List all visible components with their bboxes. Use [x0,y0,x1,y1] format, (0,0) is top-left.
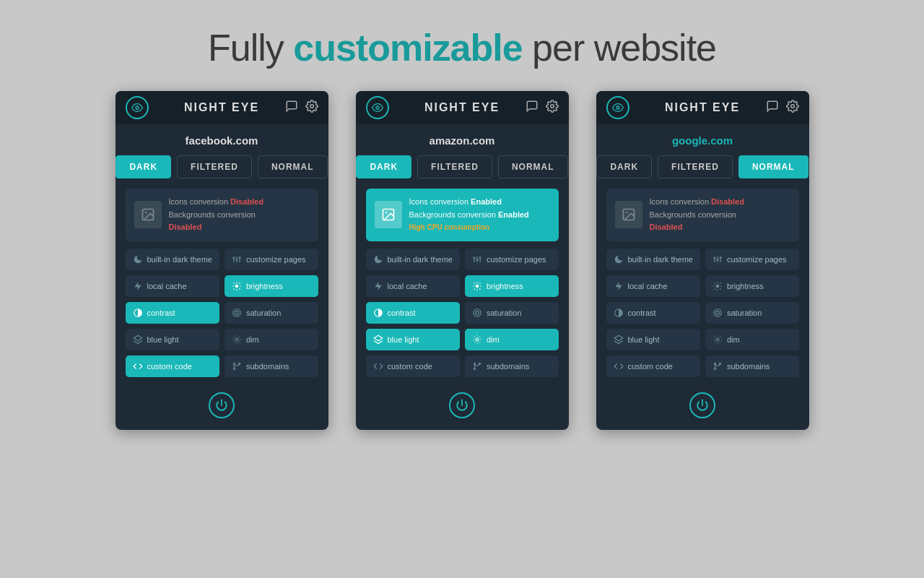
bg-status: Disabled [650,223,683,231]
svg-point-82 [715,337,720,342]
svg-marker-68 [615,282,622,290]
mode-buttons: DARKFILTEREDNORMAL [116,155,328,189]
btn-label: customize pages [487,255,546,264]
svg-rect-65 [713,257,716,258]
mode-btn-normal[interactable]: NORMAL [498,155,568,178]
btn-local-cache[interactable]: local cache [366,275,461,297]
bg-status: Disabled [169,223,202,231]
gear-icon[interactable] [305,100,318,116]
panel-amazon: NIGHT EYE amazon.comDARKFILTEREDNORMAL I… [356,91,569,430]
btn-dim[interactable]: dim [225,329,318,350]
eye-icon[interactable] [126,96,149,119]
btn-label: subdomains [727,362,770,371]
conversion-box: Icons conversion Enabled Backgrounds con… [366,189,559,241]
mode-btn-normal[interactable]: NORMAL [258,155,328,178]
svg-line-77 [720,282,720,283]
btn-subdomains[interactable]: subdomains [705,355,799,377]
svg-line-72 [714,282,715,283]
image-placeholder [134,201,162,228]
panel-header-facebook: NIGHT EYE [116,91,328,124]
svg-point-54 [474,363,475,364]
btn-saturation[interactable]: saturation [225,302,318,324]
conversion-text: Icons conversion Disabled Backgrounds co… [169,196,263,234]
btn-blue-light[interactable]: blue light [126,329,220,350]
svg-rect-36 [473,257,476,258]
svg-point-79 [714,309,722,317]
btn-label: blue light [147,335,179,344]
mode-btn-filtered[interactable]: FILTERED [658,155,733,178]
btn-label: saturation [246,309,281,317]
power-row [356,382,569,430]
svg-rect-38 [479,257,481,258]
svg-rect-67 [719,257,722,258]
btn-label: blue light [628,335,660,344]
buttons-grid: built-in dark themecustomize pageslocal … [596,249,809,377]
btn-dim[interactable]: dim [465,329,559,350]
power-button[interactable] [689,392,715,418]
power-button[interactable] [449,392,475,418]
btn-built-in-dark[interactable]: built-in dark theme [366,249,461,270]
btn-built-in-dark[interactable]: built-in dark theme [126,249,220,270]
btn-saturation[interactable]: saturation [465,302,559,324]
btn-label: contrast [147,309,175,317]
mode-btn-filtered[interactable]: FILTERED [417,155,492,178]
btn-local-cache[interactable]: local cache [606,275,701,297]
btn-label: custom code [388,362,432,371]
btn-blue-light[interactable]: blue light [606,329,701,350]
svg-point-80 [716,311,720,314]
svg-point-84 [714,368,715,369]
btn-brightness[interactable]: brightness [225,275,318,297]
btn-custom-code[interactable]: custom code [366,355,461,377]
btn-subdomains[interactable]: subdomains [225,355,318,377]
btn-subdomains[interactable]: subdomains [465,355,559,377]
svg-line-18 [233,288,234,289]
buttons-grid: built-in dark themecustomize pageslocal … [116,249,328,377]
eye-icon[interactable] [366,96,389,119]
svg-marker-23 [134,335,142,341]
btn-customize-pages[interactable]: customize pages [225,249,318,270]
svg-point-21 [233,309,241,317]
btn-contrast[interactable]: contrast [126,302,220,324]
gear-icon[interactable] [546,100,559,116]
btn-dim[interactable]: dim [705,329,799,350]
svg-point-83 [714,363,715,364]
conversion-text: Icons conversion Disabled Backgrounds co… [650,196,744,234]
image-placeholder [615,201,642,228]
btn-local-cache[interactable]: local cache [126,275,220,297]
gear-icon[interactable] [786,100,799,116]
svg-point-1 [310,105,313,108]
mode-btn-dark[interactable]: DARK [356,155,411,178]
btn-built-in-dark[interactable]: built-in dark theme [606,249,701,270]
mode-btn-dark[interactable]: DARK [596,155,652,178]
svg-marker-52 [374,335,383,341]
btn-label: contrast [628,309,656,317]
eye-icon[interactable] [606,96,629,119]
svg-point-69 [716,284,720,288]
power-button[interactable] [209,392,235,418]
btn-saturation[interactable]: saturation [705,302,799,324]
btn-custom-code[interactable]: custom code [126,355,220,377]
svg-rect-33 [474,256,474,262]
panel-google: NIGHT EYE google.comDARKFILTEREDNORMAL I… [596,91,809,430]
btn-label: saturation [487,309,521,317]
btn-customize-pages[interactable]: customize pages [465,249,559,270]
mode-btn-normal[interactable]: NORMAL [738,155,808,178]
mode-btn-dark[interactable]: DARK [116,155,171,178]
svg-rect-37 [476,259,479,260]
icons-label: Icons conversion [650,197,710,206]
bg-label: Backgrounds conversion [169,210,256,219]
chat-icon[interactable] [285,100,298,116]
svg-line-48 [479,282,480,283]
mode-btn-filtered[interactable]: FILTERED [177,155,252,178]
btn-label: custom code [628,362,673,371]
btn-contrast[interactable]: contrast [606,302,701,324]
chat-icon[interactable] [526,100,539,116]
btn-contrast[interactable]: contrast [366,302,461,324]
btn-blue-light[interactable]: blue light [366,329,461,350]
btn-customize-pages[interactable]: customize pages [705,249,799,270]
svg-marker-39 [375,282,381,290]
btn-brightness[interactable]: brightness [705,275,799,297]
btn-custom-code[interactable]: custom code [606,355,701,377]
chat-icon[interactable] [766,100,779,116]
btn-brightness[interactable]: brightness [465,275,559,297]
